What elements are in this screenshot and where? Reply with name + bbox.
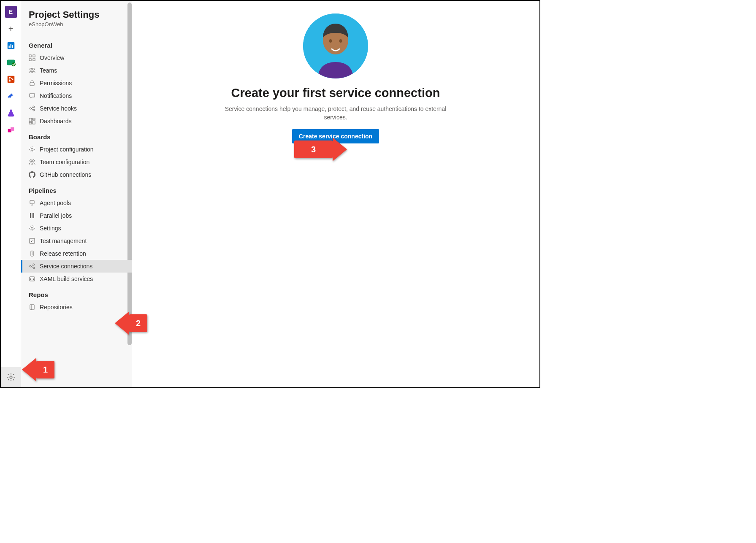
empty-state-description: Service connections help you manage, pro… [217, 105, 454, 122]
svg-point-13 [10, 376, 12, 378]
nav-item-label: Overview [40, 54, 64, 61]
nav-item-permissions[interactable]: Permissions [21, 77, 132, 89]
rail-overview-icon[interactable] [4, 39, 18, 52]
empty-state-heading: Create your first service connection [217, 86, 454, 100]
teams-icon [29, 67, 35, 74]
svg-rect-12 [11, 127, 14, 131]
svg-point-8 [9, 80, 11, 82]
nav-item-label: Project configuration [40, 146, 94, 153]
release-icon [29, 250, 35, 257]
svg-point-43 [339, 39, 342, 43]
nav-item-service-connections[interactable]: Service connections [21, 260, 132, 273]
nav-item-label: Service hooks [40, 105, 77, 112]
nav-item-xaml-build[interactable]: XAML build services [21, 273, 132, 285]
svg-point-29 [30, 160, 32, 162]
rail-pipelines-icon[interactable] [4, 89, 18, 103]
svg-rect-1 [8, 46, 9, 48]
repo-icon [29, 304, 35, 311]
nav-item-team-config[interactable]: Team configuration [21, 156, 132, 168]
nav-item-label: Notifications [40, 92, 72, 99]
nav-item-dashboards[interactable]: Dashboards [21, 115, 132, 127]
chat-icon [29, 92, 35, 99]
svg-point-42 [329, 39, 332, 43]
nav-section-boards: Boards [21, 127, 132, 143]
settings-title: Project Settings [29, 9, 124, 20]
rail-repos-icon[interactable] [4, 73, 18, 86]
nav-item-github[interactable]: GitHub connections [21, 168, 132, 181]
hook-icon [29, 263, 35, 270]
svg-rect-2 [10, 44, 11, 48]
svg-point-18 [30, 68, 32, 70]
nav-item-label: Repositories [40, 304, 73, 311]
svg-point-21 [30, 108, 31, 109]
main-content: Create your first service connection Ser… [132, 1, 539, 387]
settings-subtitle: eShopOnWeb [29, 21, 124, 27]
xaml-icon [29, 276, 35, 282]
gear-icon [29, 146, 35, 153]
nav-item-overview[interactable]: Overview [21, 51, 132, 64]
svg-point-32 [31, 227, 33, 230]
svg-point-10 [8, 97, 10, 99]
svg-rect-16 [29, 59, 31, 61]
create-service-connection-button[interactable]: Create service connection [292, 129, 379, 143]
svg-point-30 [33, 160, 35, 162]
nav-item-parallel-jobs[interactable]: Parallel jobs [21, 209, 132, 222]
agent-icon [29, 200, 35, 206]
nav-item-label: Release retention [40, 250, 86, 257]
nav-item-repositories[interactable]: Repositories [21, 301, 132, 313]
svg-rect-39 [30, 305, 34, 310]
svg-rect-27 [29, 122, 32, 124]
svg-rect-14 [29, 55, 31, 57]
nav-item-notifications[interactable]: Notifications [21, 89, 132, 102]
settings-nav-panel: Project Settings eShopOnWeb General Over… [21, 1, 132, 387]
rail-project-settings-button[interactable] [1, 367, 21, 387]
nav-section-general: General [21, 36, 132, 51]
nav-item-test-management[interactable]: Test management [21, 235, 132, 247]
svg-rect-31 [30, 200, 34, 204]
project-initial: E [5, 6, 17, 18]
nav-item-pipeline-settings[interactable]: Settings [21, 222, 132, 235]
rail-project-tile[interactable]: E [4, 5, 18, 19]
github-icon [29, 171, 35, 178]
svg-point-37 [33, 267, 35, 269]
svg-rect-25 [33, 118, 35, 120]
rail-boards-icon[interactable] [4, 56, 18, 69]
nav-item-label: XAML build services [40, 276, 93, 282]
nav-item-label: Permissions [40, 80, 72, 86]
svg-point-36 [33, 264, 35, 265]
nav-item-label: Agent pools [40, 200, 71, 206]
nav-item-label: Test management [40, 238, 87, 244]
nav-item-label: Dashboards [40, 118, 72, 124]
svg-point-28 [31, 149, 33, 151]
teams-icon [29, 159, 35, 165]
svg-rect-15 [33, 55, 35, 57]
nav-item-agent-pools[interactable]: Agent pools [21, 197, 132, 209]
nav-item-label: Teams [40, 67, 57, 74]
nav-rail: E + [1, 1, 21, 387]
nav-item-label: Settings [40, 225, 61, 232]
svg-rect-38 [30, 277, 35, 281]
svg-point-35 [30, 265, 31, 267]
rail-testplans-icon[interactable] [4, 106, 18, 120]
nav-item-label: GitHub connections [40, 171, 91, 178]
nav-section-pipelines: Pipelines [21, 181, 132, 197]
svg-rect-3 [12, 45, 13, 48]
svg-rect-17 [33, 59, 35, 61]
svg-point-19 [33, 68, 35, 70]
nav-item-release-retention[interactable]: Release retention [21, 247, 132, 260]
rail-artifacts-icon[interactable] [4, 123, 18, 137]
nav-item-teams[interactable]: Teams [21, 64, 132, 77]
svg-rect-24 [29, 118, 32, 122]
grid-icon [29, 54, 35, 61]
nav-item-label: Service connections [40, 263, 92, 270]
nav-item-project-config[interactable]: Project configuration [21, 143, 132, 156]
svg-rect-33 [30, 238, 35, 243]
rail-add-button[interactable]: + [4, 22, 18, 35]
nav-item-service-hooks[interactable]: Service hooks [21, 102, 132, 115]
svg-point-23 [33, 109, 35, 111]
svg-point-22 [33, 106, 35, 108]
nav-item-label: Parallel jobs [40, 212, 72, 219]
nav-section-repos: Repos [21, 285, 132, 301]
svg-point-7 [9, 77, 11, 79]
avatar-illustration [303, 14, 368, 78]
